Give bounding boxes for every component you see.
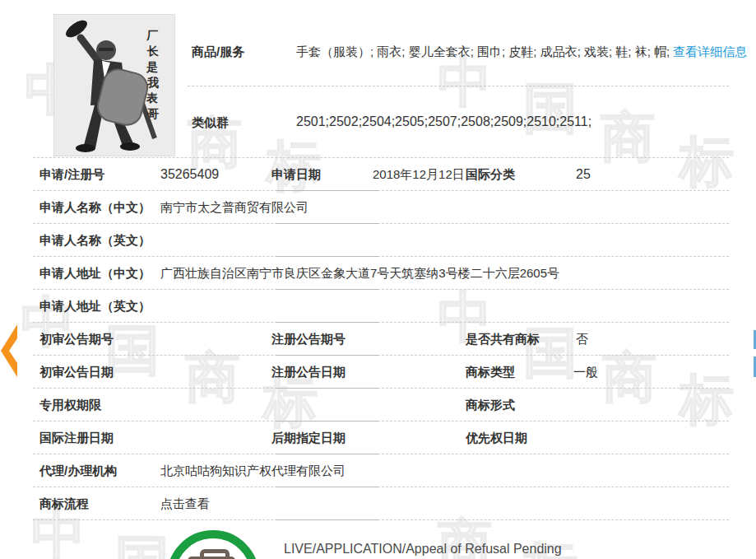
row-label: 商标形式: [466, 389, 515, 421]
similar-group-label: 类似群: [192, 115, 229, 131]
row-value: 广西壮族自治区南宁市良庆区金象大道7号天筑塞纳3号楼二十六层2605号: [160, 257, 559, 289]
goods-services-label: 商品/服务: [192, 44, 244, 60]
table-row: 初审公告日期注册公告日期商标类型一般: [33, 356, 729, 389]
row-value: 北京咕咕狗知识产权代理有限公司: [160, 454, 346, 487]
goods-separator: [188, 86, 729, 86]
briefcase-handle-icon: [200, 549, 230, 559]
row-label: 国际分类: [466, 158, 515, 190]
svg-text:哥: 哥: [146, 108, 159, 120]
row-label: 商标类型: [466, 356, 515, 388]
table-row: 代理/办理机构北京咕咕狗知识产权代理有限公司: [33, 454, 729, 487]
row-label: 后期指定日期: [271, 422, 346, 454]
row-value: 一般: [573, 356, 598, 388]
row-label: 专用权期限: [39, 389, 101, 421]
table-row: 商标流程点击查看: [33, 487, 729, 520]
row-value: 南宁市太之普商贸有限公司: [160, 191, 308, 223]
table-row: 专用权期限商标形式: [33, 389, 729, 422]
svg-text:表: 表: [146, 92, 158, 105]
row-label: 申请人地址（中文）: [39, 257, 151, 289]
row-label: 注册公告日期: [271, 356, 346, 388]
row-divider-solid-segment: [276, 519, 378, 520]
svg-text:是: 是: [146, 61, 158, 73]
table-row: 申请人名称（英文）: [33, 224, 729, 257]
goods-services-value: 手套（服装）; 雨衣; 婴儿全套衣; 围巾; 皮鞋; 成品衣; 戏装; 鞋; 袜…: [296, 44, 747, 60]
table-row: 初审公告期号注册公告期号是否共有商标否: [33, 323, 729, 356]
row-label: 初审公告日期: [39, 356, 114, 388]
row-value: 35265409: [160, 158, 219, 190]
svg-text:厂: 厂: [146, 30, 158, 42]
row-label: 初审公告期号: [39, 323, 114, 355]
svg-text:长: 长: [146, 45, 159, 58]
table-row: 申请/注册号35265409申请日期2018年12月12日国际分类25: [33, 158, 729, 191]
row-label: 优先权日期: [466, 422, 527, 454]
row-label: 国际注册日期: [39, 422, 114, 454]
row-label: 申请人名称（英文）: [39, 224, 151, 256]
row-label: 代理/办理机构: [39, 454, 117, 487]
view-details-link[interactable]: 查看详细信息: [673, 44, 747, 58]
row-value: 否: [576, 323, 588, 355]
row-link[interactable]: 点击查看: [160, 487, 210, 519]
row-label: 是否共有商标: [466, 323, 540, 355]
table-row: 申请人地址（中文）广西壮族自治区南宁市良庆区金象大道7号天筑塞纳3号楼二十六层2…: [33, 257, 729, 290]
row-label: 申请人地址（英文）: [39, 290, 151, 322]
row-value: 25: [576, 158, 591, 190]
trademark-image[interactable]: 厂 长 是 我 表 哥: [53, 14, 175, 156]
status-text: LIVE/APPLICATION/Appeal of Refusal Pendi…: [284, 542, 562, 557]
row-label: 注册公告期号: [271, 323, 346, 355]
row-label: 申请人名称（中文）: [39, 191, 151, 223]
collapse-panel-arrow[interactable]: [0, 324, 18, 378]
row-value: 2018年12月12日: [373, 158, 465, 190]
table-row: 国际注册日期后期指定日期优先权日期: [33, 422, 729, 454]
row-label: 申请/注册号: [39, 158, 104, 190]
row-label: 申请日期: [271, 158, 321, 190]
table-row: 申请人地址（英文）: [33, 290, 729, 323]
trademark-info-table: 申请/注册号35265409申请日期2018年12月12日国际分类25申请人名称…: [33, 157, 729, 520]
svg-text:我: 我: [146, 76, 159, 89]
row-label: 商标流程: [39, 487, 89, 519]
similar-group-value: 2501;2502;2504;2505;2507;2508;2509;2510;…: [296, 114, 591, 129]
table-row: 申请人名称（中文）南宁市太之普商贸有限公司: [33, 191, 729, 224]
trademark-photo-drawing: 厂 长 是 我 表 哥: [54, 15, 174, 156]
